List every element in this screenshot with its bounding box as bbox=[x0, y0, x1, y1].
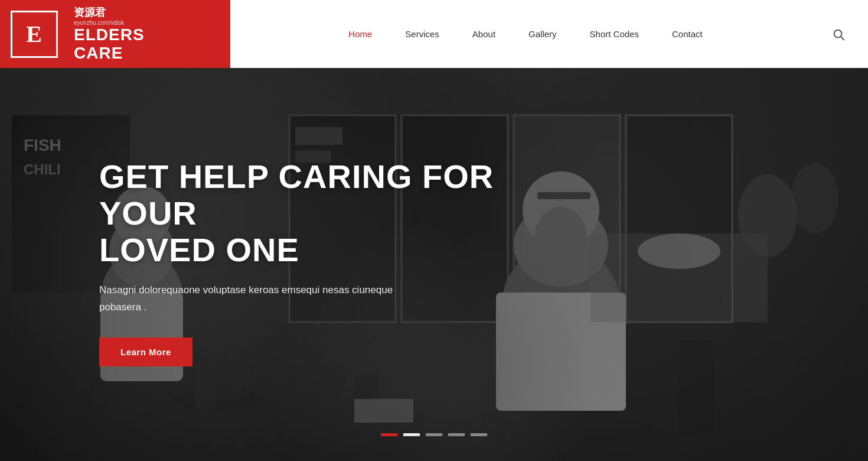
header: E 资源君 eyunzhu.com/vdisk ELDERS CARE Home… bbox=[0, 0, 868, 68]
hero-content: GET HELP CARING FOR YOUR LOVED ONE Nasag… bbox=[99, 158, 513, 366]
nav-item-home[interactable]: Home bbox=[332, 0, 389, 68]
logo-brand-block: 资源君 eyunzhu.com/vdisk ELDERS CARE bbox=[68, 0, 230, 68]
nav-item-services[interactable]: Services bbox=[389, 0, 456, 68]
nav-item-about[interactable]: About bbox=[456, 0, 512, 68]
logo-brand-name: ELDERS CARE bbox=[74, 26, 218, 63]
svg-line-1 bbox=[841, 37, 844, 40]
slider-dot-3[interactable] bbox=[426, 433, 442, 436]
search-icon bbox=[832, 28, 845, 41]
slider-dots bbox=[381, 433, 487, 436]
logo-icon-inner: E bbox=[11, 11, 58, 58]
slider-dot-2[interactable] bbox=[403, 433, 420, 436]
logo-letter: E bbox=[26, 20, 42, 48]
hero-title: GET HELP CARING FOR YOUR LOVED ONE bbox=[99, 158, 513, 268]
hero-description: Nasagni dolorequaone voluptase keroas em… bbox=[99, 282, 430, 316]
nav-item-gallery[interactable]: Gallery bbox=[512, 0, 573, 68]
slider-dot-5[interactable] bbox=[471, 433, 487, 436]
hero-section: FISH CHILI bbox=[0, 68, 868, 461]
main-nav: Home Services About Gallery Short Codes … bbox=[230, 0, 821, 68]
logo-block: E 资源君 eyunzhu.com/vdisk ELDERS CARE bbox=[0, 0, 230, 68]
logo-top-line: 资源君 bbox=[74, 5, 218, 20]
nav-item-short-codes[interactable]: Short Codes bbox=[573, 0, 655, 68]
learn-more-button[interactable]: Learn More bbox=[99, 337, 192, 366]
logo-chinese: 资源君 bbox=[74, 5, 106, 20]
logo-icon-wrap: E bbox=[0, 0, 68, 68]
slider-dot-1[interactable] bbox=[381, 433, 397, 436]
slider-dot-4[interactable] bbox=[448, 433, 465, 436]
search-button[interactable] bbox=[821, 0, 856, 68]
nav-item-contact[interactable]: Contact bbox=[655, 0, 719, 68]
